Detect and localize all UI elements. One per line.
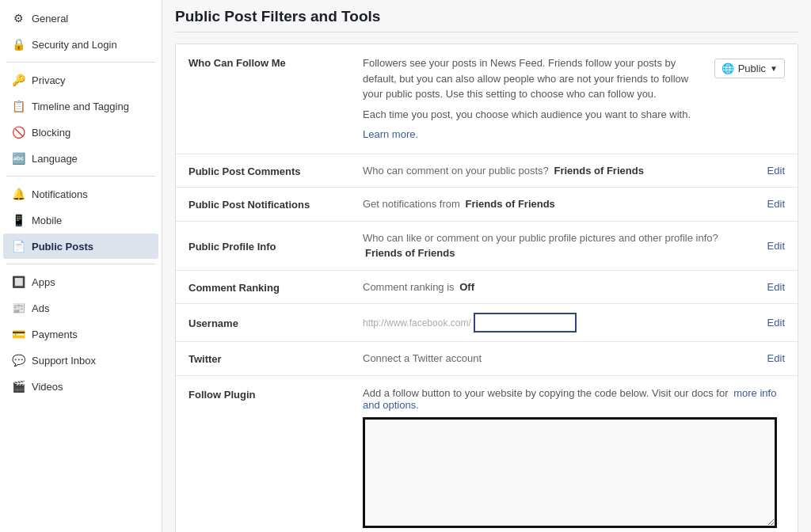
public-profile-info-desc: Who can like or comment on your public p… bbox=[363, 232, 718, 244]
sidebar-label-timeline-tagging: Timeline and Tagging bbox=[32, 101, 129, 112]
document-icon: 📄 bbox=[11, 239, 25, 253]
public-post-comments-edit[interactable]: Edit bbox=[767, 165, 785, 177]
sidebar: ⚙ General 🔒 Security and Login 🔑 Privacy… bbox=[0, 0, 162, 532]
sidebar-item-blocking[interactable]: 🚫 Blocking bbox=[3, 120, 158, 145]
public-dropdown[interactable]: 🌐 Public ▼ bbox=[714, 59, 785, 78]
follow-plugin-section: Follow Plugin Add a follow button to you… bbox=[176, 376, 798, 533]
comment-ranking-content: Comment ranking is Off bbox=[355, 279, 737, 295]
public-profile-info-label: Public Profile Info bbox=[188, 239, 355, 253]
sidebar-label-videos: Videos bbox=[32, 381, 63, 393]
who-can-follow-desc1: Followers see your posts in News Feed. F… bbox=[363, 55, 706, 102]
comment-ranking-desc: Comment ranking is bbox=[363, 281, 455, 293]
follow-plugin-label: Follow Plugin bbox=[188, 387, 355, 401]
key-icon: 🔑 bbox=[11, 73, 25, 87]
who-can-follow-section: Who Can Follow Me Followers see your pos… bbox=[176, 44, 798, 154]
lock-icon: 🔒 bbox=[11, 37, 25, 51]
sidebar-item-ads[interactable]: 📰 Ads bbox=[3, 295, 158, 321]
twitter-desc: Connect a Twitter account bbox=[363, 352, 482, 364]
public-post-comments-value: Friends of Friends bbox=[554, 165, 643, 177]
ads-icon: 📰 bbox=[11, 301, 25, 315]
public-post-notifications-edit[interactable]: Edit bbox=[767, 198, 785, 210]
block-icon: 🚫 bbox=[11, 125, 25, 139]
follow-plugin-desc-text: Add a follow button to your website by c… bbox=[363, 387, 729, 399]
sidebar-item-timeline-tagging[interactable]: 📋 Timeline and Tagging bbox=[3, 93, 158, 119]
sidebar-label-privacy: Privacy bbox=[32, 74, 66, 86]
public-post-comments-section: Public Post Comments Who can comment on … bbox=[176, 154, 798, 188]
public-post-notifications-content: Get notifications from Friends of Friend… bbox=[355, 196, 737, 212]
who-can-follow-content: Followers see your posts in News Feed. F… bbox=[355, 55, 714, 142]
sidebar-item-security-login[interactable]: 🔒 Security and Login bbox=[3, 32, 158, 57]
sidebar-label-notifications: Notifications bbox=[32, 188, 88, 200]
support-icon: 💬 bbox=[11, 353, 25, 367]
who-can-follow-label: Who Can Follow Me bbox=[188, 55, 355, 69]
sidebar-item-payments[interactable]: 💳 Payments bbox=[3, 321, 158, 347]
bell-icon: 🔔 bbox=[11, 187, 25, 201]
sidebar-label-blocking: Blocking bbox=[32, 127, 70, 139]
username-action: Edit bbox=[737, 317, 785, 329]
username-content: http://www.facebook.com/ bbox=[355, 313, 737, 332]
username-input[interactable] bbox=[474, 313, 577, 332]
public-post-comments-action: Edit bbox=[737, 165, 785, 177]
who-can-follow-desc2: Each time you post, you choose which aud… bbox=[363, 107, 706, 123]
sidebar-item-general[interactable]: ⚙ General bbox=[3, 6, 158, 31]
sidebar-item-privacy[interactable]: 🔑 Privacy bbox=[3, 67, 158, 93]
sidebar-item-notifications[interactable]: 🔔 Notifications bbox=[3, 181, 158, 207]
comment-ranking-action: Edit bbox=[737, 281, 785, 293]
payments-icon: 💳 bbox=[11, 327, 25, 341]
public-profile-info-action: Edit bbox=[737, 240, 785, 252]
sidebar-divider-2 bbox=[6, 176, 155, 177]
follow-plugin-code[interactable] bbox=[363, 417, 777, 528]
public-post-comments-desc: Who can comment on your public posts? bbox=[363, 165, 549, 177]
twitter-edit[interactable]: Edit bbox=[767, 352, 785, 364]
public-profile-info-value: Friends of Friends bbox=[365, 247, 455, 259]
sidebar-divider-1 bbox=[6, 62, 155, 63]
chevron-down-icon: ▼ bbox=[770, 64, 778, 73]
public-post-notifications-value: Friends of Friends bbox=[465, 198, 554, 210]
public-post-comments-label: Public Post Comments bbox=[188, 164, 355, 177]
username-edit[interactable]: Edit bbox=[767, 317, 785, 329]
public-profile-info-edit[interactable]: Edit bbox=[767, 240, 785, 252]
main-content: Public Post Filters and Tools Who Can Fo… bbox=[162, 0, 811, 532]
sidebar-item-apps[interactable]: 🔲 Apps bbox=[3, 269, 158, 294]
comment-ranking-value: Off bbox=[459, 281, 474, 293]
sidebar-divider-3 bbox=[6, 264, 155, 264]
page-title: Public Post Filters and Tools bbox=[175, 8, 798, 32]
username-section: Username http://www.facebook.com/ Edit bbox=[176, 304, 798, 342]
twitter-section: Twitter Connect a Twitter account Edit bbox=[176, 342, 798, 376]
comment-ranking-section: Comment Ranking Comment ranking is Off E… bbox=[176, 271, 798, 305]
twitter-label: Twitter bbox=[188, 352, 355, 365]
public-post-notifications-desc: Get notifications from bbox=[363, 198, 460, 210]
public-profile-info-section: Public Profile Info Who can like or comm… bbox=[176, 222, 798, 271]
sidebar-label-language: Language bbox=[32, 153, 78, 165]
username-label: Username bbox=[188, 316, 355, 329]
sidebar-item-videos[interactable]: 🎬 Videos bbox=[3, 374, 158, 399]
settings-card: Who Can Follow Me Followers see your pos… bbox=[175, 44, 798, 532]
sidebar-label-public-posts: Public Posts bbox=[32, 241, 93, 253]
videos-icon: 🎬 bbox=[11, 379, 25, 393]
follow-plugin-desc: Add a follow button to your website by c… bbox=[363, 387, 777, 411]
sidebar-item-support-inbox[interactable]: 💬 Support Inbox bbox=[3, 348, 158, 373]
comment-ranking-edit[interactable]: Edit bbox=[767, 281, 785, 293]
apps-icon: 🔲 bbox=[11, 275, 25, 289]
public-post-notifications-section: Public Post Notifications Get notificati… bbox=[176, 188, 798, 222]
sidebar-label-support-inbox: Support Inbox bbox=[32, 355, 96, 367]
learn-more-link[interactable]: Learn more. bbox=[363, 128, 418, 140]
clipboard-icon: 📋 bbox=[11, 99, 25, 113]
sidebar-label-mobile: Mobile bbox=[32, 215, 62, 226]
sidebar-item-mobile[interactable]: 📱 Mobile bbox=[3, 207, 158, 233]
gear-icon: ⚙ bbox=[11, 11, 25, 25]
sidebar-item-public-posts[interactable]: 📄 Public Posts bbox=[3, 234, 158, 259]
public-post-comments-content: Who can comment on your public posts? Fr… bbox=[355, 163, 737, 179]
mobile-icon: 📱 bbox=[11, 213, 25, 227]
public-post-notifications-action: Edit bbox=[737, 198, 785, 210]
url-prefix: http://www.facebook.com/ bbox=[363, 317, 471, 329]
sidebar-label-apps: Apps bbox=[32, 276, 55, 288]
sidebar-label-security-login: Security and Login bbox=[32, 39, 117, 51]
sidebar-item-language[interactable]: 🔤 Language bbox=[3, 146, 158, 171]
sidebar-label-ads: Ads bbox=[32, 302, 49, 314]
language-icon: 🔤 bbox=[11, 151, 25, 165]
sidebar-label-general: General bbox=[32, 13, 68, 25]
sidebar-label-payments: Payments bbox=[32, 329, 78, 340]
dropdown-label: Public bbox=[738, 63, 766, 74]
public-profile-info-content: Who can like or comment on your public p… bbox=[355, 230, 737, 261]
